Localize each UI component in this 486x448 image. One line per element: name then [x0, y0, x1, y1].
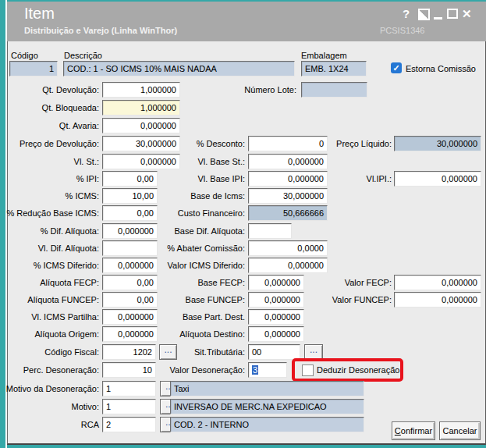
- base-icms-label: Base de Icms:: [140, 188, 245, 204]
- valor-icms-diferido-input[interactable]: 0,000000: [248, 258, 328, 273]
- base-dif-aliquota-label: Base Dif. Alíquota:: [140, 223, 245, 239]
- minimize-icon[interactable]: [434, 17, 442, 20]
- descricao-field: COD.: 1 - SO ICMS 10% MAIS NADAA: [63, 61, 295, 76]
- custo-financeiro-label: Custo Financeiro:: [140, 205, 245, 221]
- confirmar-button[interactable]: Confirmar: [392, 421, 435, 440]
- qt-avaria-input[interactable]: 0,000000: [102, 118, 180, 133]
- window-subtitle: Distribuição e Varejo (Linha WinThor): [24, 26, 177, 35]
- rca-label: RCA: [2, 417, 99, 432]
- vl-base-st-label: Vl. Base St.:: [140, 154, 245, 169]
- vl-base-ipi-label: Vl. Base IPI:: [140, 171, 245, 187]
- aliquota-destino-input[interactable]: 0,000000: [248, 326, 304, 342]
- selected-text: 3: [252, 365, 258, 375]
- preco-devolucao-label: Preço de Devolução:: [2, 136, 99, 151]
- deduzir-desoneracao-checkbox[interactable]: [302, 364, 314, 376]
- restore-icon[interactable]: [418, 9, 430, 20]
- vl-st-label: Vl. St.:: [2, 154, 99, 169]
- perc-desoneracao-label: Perc. Desoneração:: [2, 362, 99, 378]
- sit-tributaria-label: Sit.Tributária:: [140, 344, 245, 360]
- vl-base-st-input[interactable]: 0,000000: [248, 154, 328, 169]
- deduzir-desoneracao-label: Deduzir Desoneração: [317, 362, 399, 378]
- aliquota-origem-label: Alíquota Origem:: [2, 326, 99, 342]
- preco-liquido-field: 30,000000: [394, 136, 481, 151]
- valor-icms-diferido-label: Valor ICMS Diferido:: [140, 258, 245, 273]
- base-dif-aliquota-input[interactable]: [248, 223, 292, 239]
- codigo-fiscal-label: Código Fiscal:: [2, 344, 99, 360]
- base-funcep-label: Base FUNCEP:: [140, 292, 245, 308]
- window-title: Item: [24, 5, 55, 23]
- codigo-field: 1: [9, 61, 58, 76]
- vl-ipi-label: Vl.IPI.:: [328, 171, 392, 187]
- sit-tributaria-browse-button[interactable]: ...: [304, 344, 323, 360]
- base-funcep-input[interactable]: 0,000000: [248, 292, 304, 308]
- titlebar: [7, 2, 486, 41]
- base-icms-input[interactable]: 30,000000: [248, 188, 328, 204]
- valor-desoneracao-input[interactable]: 3: [248, 362, 287, 378]
- aliquota-funcep-label: Alíquota FUNCEP:: [2, 292, 99, 308]
- estorna-comissao-label: Estorna Comissão: [406, 61, 476, 76]
- perc-abater-comissao-input[interactable]: 0,0000: [248, 240, 328, 256]
- valor-fecp-input[interactable]: 0,000000: [394, 275, 481, 290]
- base-fecp-input[interactable]: 0,000000: [248, 275, 304, 290]
- embalagem-field: EMB. 1X24: [301, 61, 367, 76]
- vl-dif-aliquota-label: Vl. Dif. Alíquota:: [2, 240, 99, 256]
- custo-financeiro-field: 50,666666: [248, 205, 328, 221]
- perc-dif-aliquota-label: % Dif. Alíquota:: [2, 223, 99, 239]
- perc-icms-diferido-label: % ICMS Diferido:: [2, 258, 99, 273]
- qt-avaria-label: Qt. Avaria:: [2, 118, 99, 133]
- aliquota-destino-label: Alíquota Destino:: [140, 326, 245, 342]
- close-icon[interactable]: ✕: [462, 7, 472, 21]
- perc-ipi-label: % IPI:: [2, 171, 99, 187]
- perc-desconto-input[interactable]: 0: [248, 136, 328, 151]
- motivo-description: INVERSAO DE MERC.NA EXPEDICAO: [170, 399, 364, 414]
- qt-devolucao-input[interactable]: 1,000000: [102, 82, 180, 98]
- motivo-desoneracao-input[interactable]: 1: [102, 381, 156, 396]
- motivo-input[interactable]: 1: [102, 399, 156, 414]
- base-part-dest-input[interactable]: 0,000000: [248, 309, 304, 325]
- valor-funcep-label: Valor FUNCEP:: [328, 292, 392, 308]
- aliquota-fecp-label: Alíquota FECP:: [2, 275, 99, 290]
- estorna-comissao-checkbox[interactable]: ✓: [391, 62, 402, 73]
- vl-icms-partilha-label: Vl. ICMS Partilha:: [2, 309, 99, 325]
- numero-lote-field: [301, 82, 367, 98]
- help-icon[interactable]: ?: [403, 7, 410, 20]
- system-code: PCSIS1346: [380, 26, 424, 35]
- perc-reducao-base-icms-label: % Redução Base ICMS:: [2, 205, 99, 221]
- valor-funcep-input[interactable]: 0,000000: [394, 292, 481, 308]
- qt-bloqueada-label: Qt. Bloqueada:: [2, 100, 99, 116]
- perc-icms-label: % ICMS:: [2, 188, 99, 204]
- maximize-icon[interactable]: [447, 9, 458, 19]
- motivo-label: Motivo:: [2, 399, 99, 414]
- base-part-dest-label: Base Part. Dest.: [140, 309, 245, 325]
- preco-liquido-label: Preço Líquido:: [328, 136, 392, 151]
- valor-desoneracao-label: Valor Desoneração:: [140, 362, 245, 378]
- base-fecp-label: Base FECP:: [140, 275, 245, 290]
- rca-input[interactable]: 2: [102, 417, 156, 432]
- sit-tributaria-input[interactable]: 00: [248, 344, 300, 360]
- qt-devolucao-label: Qt. Devolução:: [2, 82, 99, 98]
- rca-description: COD. 2 - INTERNO: [170, 417, 364, 432]
- vl-base-ipi-input[interactable]: 0,000000: [248, 171, 328, 187]
- numero-lote-label: Número Lote:: [195, 82, 296, 98]
- perc-abater-comissao-label: % Abater Comissão:: [140, 240, 245, 256]
- cancelar-button[interactable]: Cancelar: [439, 421, 481, 440]
- motivo-desoneracao-description: Taxi: [170, 381, 364, 396]
- motivo-desoneracao-label: Motivo da Desoneração:: [2, 381, 99, 396]
- vl-ipi-input[interactable]: 0,000000: [394, 171, 481, 187]
- perc-desconto-label: % Desconto:: [140, 136, 245, 151]
- qt-bloqueada-input[interactable]: 1,000000: [102, 100, 180, 116]
- valor-fecp-label: Valor FECP:: [328, 275, 392, 290]
